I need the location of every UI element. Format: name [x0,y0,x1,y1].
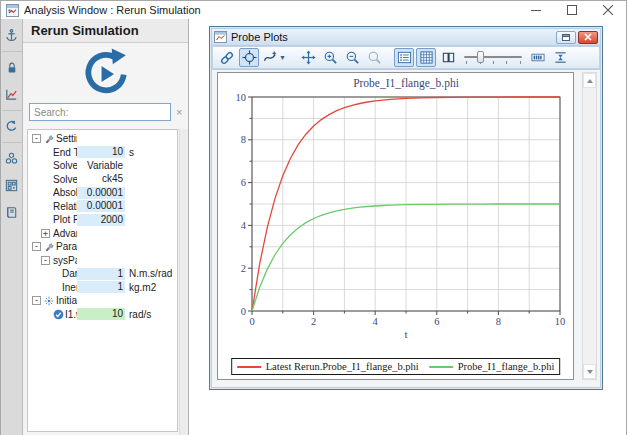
scroll-up-button[interactable] [583,73,596,88]
plot-icon[interactable] [2,81,22,108]
window-titlebar: Analysis Window : Rerun Simulation [1,1,626,19]
tree-value-field [77,295,125,307]
legend-toggle-icon[interactable] [394,48,414,67]
tree-row[interactable]: Inertia1kg.m2 [28,281,177,295]
maximize-button[interactable] [554,1,590,19]
chart[interactable]: Probe_I1_flange_b.phi02468100246810t [218,73,574,357]
check-icon [53,309,65,320]
tree-row[interactable]: +Advanced [28,227,177,241]
tree-row[interactable]: -sysParams [28,254,177,268]
probe-restore-button[interactable] [556,31,576,44]
time-slider[interactable] [464,50,522,66]
library-icon[interactable] [2,199,22,226]
tree-row[interactable]: Relative Error Tole...0.00001 [28,200,177,214]
add-curve-icon[interactable]: ▼ [261,48,288,67]
svg-text:0: 0 [249,316,254,327]
tree-row[interactable]: Solver TypeVariable [28,159,177,173]
tree-row[interactable]: I1.w10rad/s [28,308,177,322]
svg-text:10: 10 [555,316,566,327]
tree-row[interactable]: Absolute Error Tol...0.00001 [28,186,177,200]
pan-icon[interactable] [298,48,318,67]
anchor-icon[interactable] [2,22,22,49]
cursor-line-icon[interactable] [438,48,458,67]
slider-handle[interactable] [477,51,484,63]
tree-row[interactable]: Solverck45 [28,173,177,187]
tree-value-field[interactable]: 1 [77,268,125,280]
tree-row[interactable]: Damping1N.m.s/rad [28,267,177,281]
svg-text:2: 2 [241,263,246,274]
probe-titlebar[interactable]: Probe Plots [212,29,600,45]
tree-value-field[interactable]: 10 [77,308,125,320]
analysis-window: Analysis Window : Rerun Simulation [0,0,627,435]
probe-cursor-icon[interactable] [239,48,259,67]
collapse-vertical-icon[interactable] [550,48,570,67]
tree-label: Settings [56,133,77,144]
tree-value-field[interactable]: 1 [77,281,125,293]
grid-toggle-icon[interactable] [416,48,436,67]
tree-value-field[interactable]: 0.00001 [77,200,125,212]
tree-label: sysParams [53,255,77,266]
tree-label: I1.w [65,309,77,320]
tree-row[interactable]: -Parameters [28,240,177,254]
svg-text:6: 6 [434,316,439,327]
model-icon[interactable] [2,145,22,172]
tree-value-field[interactable]: Variable [77,160,125,172]
rerun-panel: Rerun Simulation × -SettingsEnd Time10sS… [23,19,189,435]
tree-expander[interactable]: + [41,229,50,238]
tree-row[interactable]: -Settings [28,132,177,146]
probe-plots-window: Probe Plots [209,26,603,390]
tree-row[interactable]: Plot Points2000 [28,213,177,227]
zoom-fit-icon[interactable] [364,48,384,67]
probe-content: Probe_I1_flange_b.phi02468100246810t Lat… [212,70,600,387]
search-input[interactable] [29,103,171,121]
chart-legend: Latest Rerun.Probe_I1_flange_b.phiProbe_… [231,358,561,375]
legend-line-swatch [429,366,453,368]
tree-row[interactable]: End Time10s [28,146,177,160]
svg-text:8: 8 [241,134,246,145]
tree-label: End Time [53,147,77,158]
rerun-simulation-button[interactable] [82,48,130,96]
scroll-down-button[interactable] [583,364,596,379]
legend-entry: Latest Rerun.Probe_I1_flange_b.phi [237,361,419,372]
link-icon[interactable] [217,48,237,67]
plot-area[interactable]: Probe_I1_flange_b.phi02468100246810t Lat… [217,72,574,380]
tree-expander[interactable]: - [41,256,50,265]
close-button[interactable] [590,1,626,19]
tree-row[interactable]: -Initial [28,294,177,308]
zoom-in-icon[interactable] [320,48,340,67]
panel-scrollbar[interactable] [179,129,188,435]
tree-value-field [77,133,125,145]
rerun-icon[interactable] [2,113,22,140]
svg-text:2: 2 [311,316,316,327]
svg-text:Probe_I1_flange_b.phi: Probe_I1_flange_b.phi [353,77,459,90]
tree-label: Advanced [53,228,77,239]
wrench-icon [44,242,56,252]
zoom-out-icon[interactable] [342,48,362,67]
tree-label: Solver Type [53,160,77,171]
tree-value-field[interactable]: 0.00001 [77,187,125,199]
plot-scrollbar[interactable] [582,72,597,380]
tree-value-field[interactable]: 10 [77,146,125,158]
tree-expander[interactable]: - [32,296,41,305]
tree-expander[interactable]: - [32,242,41,251]
svg-text:6: 6 [241,177,246,188]
tree-unit: rad/s [125,309,177,320]
svg-text:t: t [404,328,407,340]
tree-unit: kg.m2 [125,282,177,293]
svg-text:0: 0 [241,306,246,317]
tree-value-field[interactable]: 2000 [77,214,125,226]
svg-text:8: 8 [496,316,501,327]
search-clear-icon[interactable]: × [176,106,182,118]
tree-label: Solver [53,174,77,185]
lock-icon[interactable] [2,54,22,81]
tree-value-field[interactable]: ck45 [77,173,125,185]
trace-bars-icon[interactable] [528,48,548,67]
components-icon[interactable] [2,172,22,199]
tree-label: Initial [56,295,77,306]
legend-label: Latest Rerun.Probe_I1_flange_b.phi [266,361,419,372]
probe-close-button[interactable] [578,31,598,44]
tree-unit: s [125,147,177,158]
divider [2,51,22,52]
tree-expander[interactable]: - [32,134,41,143]
minimize-button[interactable] [518,1,554,19]
